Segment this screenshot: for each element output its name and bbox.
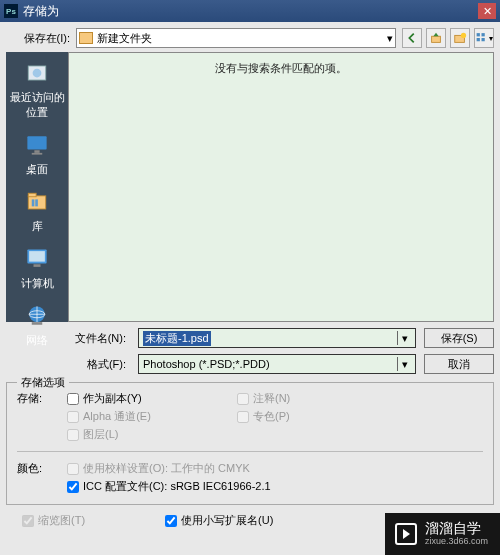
svg-rect-14 <box>32 199 35 206</box>
file-list[interactable]: 没有与搜索条件匹配的项。 <box>68 52 494 322</box>
watermark-cn: 溜溜自学 <box>425 521 488 536</box>
back-button[interactable] <box>402 28 422 48</box>
layers-checkbox: 图层(L) <box>67 427 237 442</box>
chevron-down-icon: ▾ <box>387 32 393 45</box>
window-title: 存储为 <box>23 3 478 20</box>
svg-rect-0 <box>432 36 441 42</box>
filename-text: 未标题-1.psd <box>143 331 211 346</box>
empty-message: 没有与搜索条件匹配的项。 <box>215 61 347 76</box>
places-bar: 最近访问的位置 桌面 库 计算机 网络 <box>6 52 68 322</box>
svg-rect-18 <box>34 264 41 267</box>
filename-label: 文件名(N): <box>68 331 130 346</box>
options-legend: 存储选项 <box>17 375 69 390</box>
computer-icon <box>20 244 54 274</box>
alpha-checkbox: Alpha 通道(E) <box>67 409 237 424</box>
desktop-icon <box>20 130 54 160</box>
save-button[interactable]: 保存(S) <box>424 328 494 348</box>
chevron-down-icon: ▾ <box>489 34 493 43</box>
filename-input[interactable]: 未标题-1.psd ▾ <box>138 328 416 348</box>
icc-checkbox[interactable]: ICC 配置文件(C): sRGB IEC61966-2.1 <box>67 479 483 494</box>
format-text: Photoshop (*.PSD;*.PDD) <box>143 358 270 370</box>
save-options-group: 存储选项 存储: 作为副本(Y) 注释(N) Alpha 通道(E) 专色(P)… <box>6 382 494 505</box>
chevron-down-icon[interactable]: ▾ <box>397 357 411 371</box>
svg-rect-15 <box>35 199 38 206</box>
chevron-down-icon[interactable]: ▾ <box>397 331 411 345</box>
svg-rect-3 <box>477 33 480 36</box>
lowercase-checkbox[interactable]: 使用小写扩展名(U) <box>165 513 273 528</box>
color-label: 颜色: <box>17 461 67 476</box>
svg-rect-9 <box>27 136 46 149</box>
svg-point-2 <box>461 33 466 38</box>
svg-point-8 <box>33 69 42 78</box>
svg-rect-6 <box>482 38 485 41</box>
notes-checkbox: 注释(N) <box>237 391 483 406</box>
format-label: 格式(F): <box>68 357 130 372</box>
proof-checkbox: 使用校样设置(O): 工作中的 CMYK <box>67 461 483 476</box>
svg-rect-5 <box>477 38 480 41</box>
spot-checkbox: 专色(P) <box>237 409 483 424</box>
view-menu-button[interactable]: ▾ <box>474 28 494 48</box>
library-icon <box>20 187 54 217</box>
svg-rect-4 <box>482 33 485 36</box>
play-icon <box>395 523 417 545</box>
folder-dropdown[interactable]: 新建文件夹 ▾ <box>76 28 396 48</box>
place-computer[interactable]: 计算机 <box>20 244 54 291</box>
up-button[interactable] <box>426 28 446 48</box>
recent-icon <box>20 58 54 88</box>
folder-name: 新建文件夹 <box>97 31 152 46</box>
svg-rect-17 <box>29 251 45 262</box>
folder-icon <box>79 32 93 44</box>
app-icon: Ps <box>4 4 18 18</box>
svg-rect-21 <box>32 322 43 325</box>
watermark-en: zixue.3d66.com <box>425 537 488 547</box>
copy-checkbox[interactable]: 作为副本(Y) <box>67 391 237 406</box>
cancel-button[interactable]: 取消 <box>424 354 494 374</box>
watermark: 溜溜自学 zixue.3d66.com <box>385 513 500 555</box>
svg-rect-11 <box>32 153 43 155</box>
store-label: 存储: <box>17 391 67 406</box>
svg-rect-10 <box>34 150 39 153</box>
new-folder-button[interactable] <box>450 28 470 48</box>
close-button[interactable]: ✕ <box>478 3 496 19</box>
format-dropdown[interactable]: Photoshop (*.PSD;*.PDD) ▾ <box>138 354 416 374</box>
network-icon <box>20 301 54 331</box>
thumbnail-checkbox: 缩览图(T) <box>22 513 85 528</box>
place-desktop[interactable]: 桌面 <box>20 130 54 177</box>
svg-rect-13 <box>28 193 36 197</box>
save-in-label: 保存在(I): <box>6 31 76 46</box>
place-library[interactable]: 库 <box>20 187 54 234</box>
place-recent[interactable]: 最近访问的位置 <box>8 58 66 120</box>
